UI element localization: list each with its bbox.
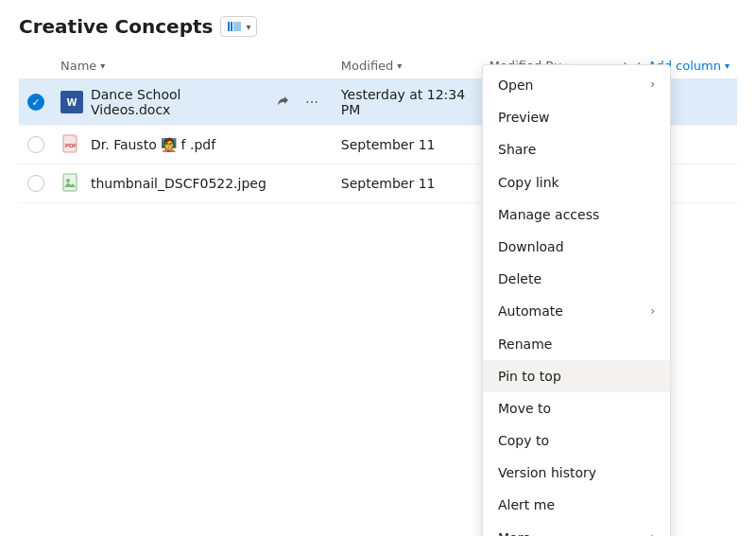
menu-item-rename[interactable]: Rename bbox=[483, 328, 670, 360]
row3-selector[interactable] bbox=[19, 164, 53, 203]
context-menu: Open›PreviewShareCopy linkManage accessD… bbox=[482, 64, 671, 536]
menu-item-label: Download bbox=[498, 238, 564, 255]
pdf-file-icon: PDF bbox=[60, 133, 83, 156]
menu-item-label: Copy to bbox=[498, 432, 549, 449]
row2-name-cell: PDF Dr. Fausto 🧑‍🏫 f .pdf bbox=[53, 126, 334, 164]
check-icon bbox=[27, 94, 44, 111]
menu-item-version_history[interactable]: Version history bbox=[483, 457, 670, 489]
menu-item-label: Move to bbox=[498, 400, 551, 417]
svg-rect-6 bbox=[74, 135, 77, 138]
jpeg-file-icon bbox=[60, 172, 83, 195]
menu-item-copy_link[interactable]: Copy link bbox=[483, 166, 670, 199]
svg-point-9 bbox=[66, 179, 70, 182]
row3-modified: September 11 bbox=[334, 164, 482, 203]
row2-filename: Dr. Fausto 🧑‍🏫 f .pdf bbox=[91, 137, 215, 152]
menu-item-label: Preview bbox=[498, 109, 550, 126]
row2-selector[interactable] bbox=[19, 126, 53, 164]
menu-item-pin_to_top[interactable]: Pin to top bbox=[483, 360, 670, 392]
menu-item-manage_access[interactable]: Manage access bbox=[483, 199, 670, 231]
submenu-arrow-icon: › bbox=[650, 530, 655, 536]
modified-sort-icon: ▾ bbox=[397, 61, 402, 71]
row2-modified: September 11 bbox=[334, 126, 482, 164]
menu-item-label: Rename bbox=[498, 336, 552, 353]
menu-item-download[interactable]: Download bbox=[483, 231, 670, 263]
svg-rect-0 bbox=[228, 22, 230, 31]
row1-selector[interactable] bbox=[19, 79, 53, 126]
menu-item-label: Manage access bbox=[498, 206, 599, 223]
col-modified[interactable]: Modified ▾ bbox=[334, 53, 482, 79]
row1-name-cell: W Dance School Videos.docx ⋯ bbox=[53, 79, 334, 126]
menu-item-label: Open bbox=[498, 77, 533, 94]
menu-item-automate[interactable]: Automate› bbox=[483, 295, 670, 327]
col-selector bbox=[19, 53, 53, 79]
row1-share-icon[interactable] bbox=[269, 89, 296, 115]
page-header: Creative Concepts ▾ bbox=[19, 15, 737, 38]
empty-check-icon bbox=[27, 175, 44, 192]
menu-item-delete[interactable]: Delete bbox=[483, 263, 670, 295]
svg-text:PDF: PDF bbox=[65, 143, 77, 148]
row1-filename: Dance School Videos.docx bbox=[91, 87, 254, 117]
submenu-arrow-icon: › bbox=[650, 78, 655, 93]
menu-item-label: More bbox=[498, 529, 531, 536]
submenu-arrow-icon: › bbox=[650, 304, 655, 320]
row1-modified: Yesterday at 12:34 PM bbox=[334, 79, 482, 126]
menu-item-more[interactable]: More› bbox=[483, 522, 670, 536]
library-icon bbox=[227, 19, 242, 34]
menu-item-label: Delete bbox=[498, 270, 541, 287]
page-title: Creative Concepts bbox=[19, 15, 213, 38]
row3-filename: thumbnail_DSCF0522.jpeg bbox=[91, 176, 266, 191]
menu-item-label: Share bbox=[498, 141, 536, 158]
menu-item-alert_me[interactable]: Alert me bbox=[483, 489, 670, 521]
menu-item-label: Alert me bbox=[498, 496, 555, 513]
menu-item-label: Version history bbox=[498, 464, 596, 481]
menu-item-label: Copy link bbox=[498, 174, 559, 191]
library-icon-button[interactable]: ▾ bbox=[220, 16, 257, 37]
menu-item-label: Automate bbox=[498, 303, 563, 320]
menu-item-preview[interactable]: Preview bbox=[483, 101, 670, 133]
menu-item-share[interactable]: Share bbox=[483, 133, 670, 165]
menu-item-label: Pin to top bbox=[498, 368, 561, 385]
col-name[interactable]: Name ▾ bbox=[53, 53, 334, 79]
empty-check-icon bbox=[27, 136, 44, 153]
menu-item-move_to[interactable]: Move to bbox=[483, 392, 670, 424]
add-col-chevron-icon: ▾ bbox=[725, 61, 730, 71]
menu-item-copy_to[interactable]: Copy to bbox=[483, 424, 670, 457]
row1-actions: ⋯ bbox=[269, 89, 326, 115]
svg-rect-2 bbox=[233, 22, 241, 31]
header-chevron-icon: ▾ bbox=[246, 22, 250, 32]
row1-more-icon[interactable]: ⋯ bbox=[300, 89, 326, 115]
svg-rect-7 bbox=[63, 174, 77, 191]
name-sort-icon: ▾ bbox=[100, 61, 105, 71]
page-container: Creative Concepts ▾ Name ▾ bbox=[0, 0, 756, 203]
row3-name-cell: thumbnail_DSCF0522.jpeg bbox=[53, 164, 334, 203]
svg-rect-1 bbox=[231, 22, 232, 31]
menu-item-open[interactable]: Open› bbox=[483, 69, 670, 101]
word-file-icon: W bbox=[60, 91, 83, 113]
